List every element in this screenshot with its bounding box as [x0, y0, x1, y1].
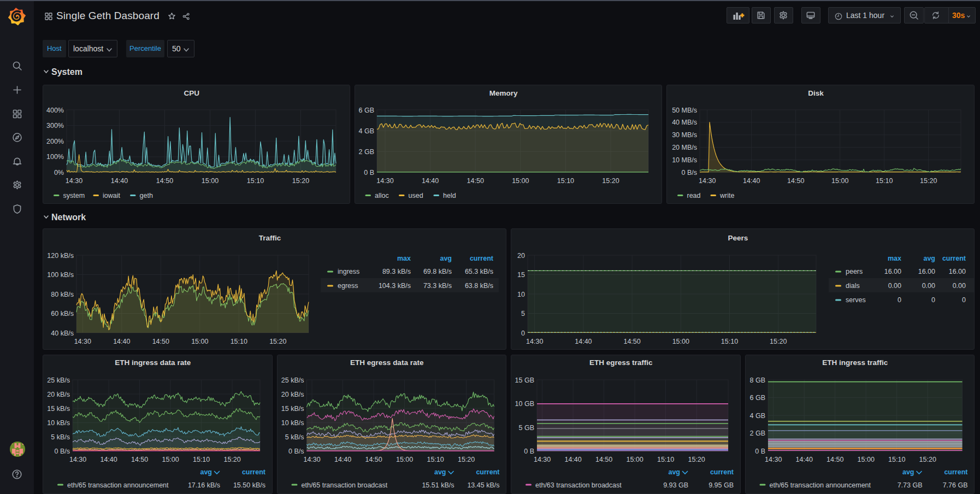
svg-text:9.95 GB: 9.95 GB: [709, 481, 734, 489]
svg-text:14:30: 14:30: [376, 177, 393, 185]
svg-text:15:00: 15:00: [396, 456, 413, 463]
svg-text:peers: peers: [846, 268, 863, 275]
svg-text:4 GB: 4 GB: [359, 127, 375, 135]
svg-text:15:10: 15:10: [557, 177, 574, 185]
svg-text:15:10: 15:10: [888, 456, 905, 463]
svg-text:14:40: 14:40: [422, 177, 439, 185]
svg-text:max: max: [397, 255, 411, 262]
svg-text:avg: avg: [668, 468, 680, 476]
svg-text:16.00: 16.00: [918, 268, 935, 275]
svg-text:avg: avg: [440, 255, 452, 262]
svg-text:14:40: 14:40: [334, 456, 351, 463]
svg-text:eth/65 transaction announcemen: eth/65 transaction announcement: [770, 481, 871, 489]
svg-text:read: read: [687, 192, 701, 199]
svg-text:14:30: 14:30: [765, 456, 782, 463]
svg-text:10: 10: [517, 291, 525, 298]
svg-text:14:30: 14:30: [303, 456, 320, 463]
svg-text:ETH ingress traffic: ETH ingress traffic: [822, 358, 888, 367]
svg-text:0.00: 0.00: [888, 282, 901, 290]
svg-text:20 kB/s: 20 kB/s: [281, 391, 304, 398]
svg-text:2 GB: 2 GB: [750, 430, 766, 437]
svg-text:15:20: 15:20: [919, 456, 936, 463]
svg-text:CPU: CPU: [184, 89, 199, 97]
svg-text:15:20: 15:20: [292, 177, 309, 185]
svg-text:current: current: [942, 255, 966, 262]
svg-text:4 GB: 4 GB: [750, 412, 766, 420]
svg-text:15: 15: [517, 271, 525, 279]
svg-text:5 kB/s: 5 kB/s: [285, 433, 304, 441]
svg-text:15:10: 15:10: [247, 177, 264, 185]
svg-text:ETH egress traffic: ETH egress traffic: [589, 358, 653, 367]
svg-text:40 kB/s: 40 kB/s: [51, 330, 74, 337]
svg-text:14:40: 14:40: [564, 456, 581, 463]
svg-text:69.8 kB/s: 69.8 kB/s: [423, 268, 452, 275]
svg-text:max: max: [888, 255, 901, 262]
svg-text:eth/65 transaction announcemen: eth/65 transaction announcement: [67, 481, 169, 489]
svg-text:17.16 kB/s: 17.16 kB/s: [188, 481, 220, 489]
svg-text:0: 0: [931, 296, 935, 304]
svg-text:serves: serves: [846, 296, 866, 304]
svg-text:15 GB: 15 GB: [515, 377, 534, 384]
svg-text:geth: geth: [140, 192, 153, 199]
svg-text:400%: 400%: [46, 107, 64, 114]
svg-text:40 MB/s: 40 MB/s: [672, 119, 697, 126]
svg-text:14:30: 14:30: [534, 456, 551, 463]
svg-text:14:40: 14:40: [100, 456, 117, 463]
svg-text:89.3 kB/s: 89.3 kB/s: [382, 268, 411, 275]
svg-text:104.3 kB/s: 104.3 kB/s: [379, 282, 411, 290]
svg-text:14:40: 14:40: [111, 177, 128, 185]
svg-text:10 kB/s: 10 kB/s: [281, 419, 304, 427]
svg-text:5: 5: [521, 310, 525, 317]
svg-text:15:10: 15:10: [231, 338, 247, 345]
svg-text:60 kB/s: 60 kB/s: [51, 310, 74, 317]
svg-text:14:50: 14:50: [623, 338, 640, 345]
svg-text:9.93 GB: 9.93 GB: [663, 481, 688, 489]
svg-text:14:50: 14:50: [826, 456, 843, 463]
svg-text:14:50: 14:50: [365, 456, 382, 463]
svg-text:0 B/s: 0 B/s: [682, 169, 698, 177]
svg-text:14:50: 14:50: [467, 177, 484, 185]
svg-text:14:30: 14:30: [66, 177, 82, 185]
svg-text:current: current: [476, 468, 500, 476]
svg-text:50 MB/s: 50 MB/s: [672, 107, 697, 114]
svg-text:0: 0: [962, 296, 966, 304]
svg-text:avg: avg: [200, 468, 212, 476]
svg-text:14:40: 14:40: [113, 338, 130, 345]
svg-text:30 MB/s: 30 MB/s: [672, 131, 697, 139]
svg-text:25 kB/s: 25 kB/s: [281, 377, 304, 384]
svg-text:15:20: 15:20: [602, 177, 619, 185]
svg-text:14:40: 14:40: [575, 338, 592, 345]
svg-text:avg: avg: [434, 468, 446, 476]
svg-text:15:10: 15:10: [657, 456, 674, 463]
svg-text:20: 20: [517, 252, 525, 260]
svg-text:10 MB/s: 10 MB/s: [672, 156, 697, 164]
svg-text:0 B/s: 0 B/s: [55, 448, 70, 455]
svg-text:avg: avg: [902, 468, 914, 476]
svg-text:0: 0: [521, 330, 525, 337]
svg-text:14:50: 14:50: [595, 456, 612, 463]
svg-text:73.3 kB/s: 73.3 kB/s: [423, 282, 452, 290]
svg-text:14:30: 14:30: [526, 338, 543, 345]
svg-text:15:20: 15:20: [269, 338, 286, 345]
svg-text:10 kB/s: 10 kB/s: [47, 419, 70, 427]
svg-text:15.50 kB/s: 15.50 kB/s: [233, 481, 265, 489]
svg-text:dials: dials: [846, 282, 860, 290]
svg-text:current: current: [944, 468, 968, 476]
svg-text:0.00: 0.00: [953, 282, 966, 290]
svg-text:10 GB: 10 GB: [515, 400, 534, 408]
svg-text:0 B: 0 B: [524, 448, 534, 455]
svg-text:25 kB/s: 25 kB/s: [47, 377, 70, 384]
svg-text:eth/63 transaction broadcast: eth/63 transaction broadcast: [535, 481, 622, 489]
svg-text:6 GB: 6 GB: [359, 107, 375, 114]
svg-text:Memory: Memory: [489, 89, 518, 97]
svg-text:8 GB: 8 GB: [750, 377, 766, 384]
svg-text:15:20: 15:20: [223, 456, 240, 463]
svg-text:15:00: 15:00: [626, 456, 643, 463]
svg-text:0 B/s: 0 B/s: [288, 448, 304, 455]
svg-text:14:50: 14:50: [152, 338, 169, 345]
svg-text:14:50: 14:50: [787, 177, 804, 185]
svg-text:14:50: 14:50: [156, 177, 173, 185]
svg-text:14:30: 14:30: [74, 338, 91, 345]
svg-text:alloc: alloc: [375, 192, 389, 199]
svg-text:current: current: [242, 468, 266, 476]
